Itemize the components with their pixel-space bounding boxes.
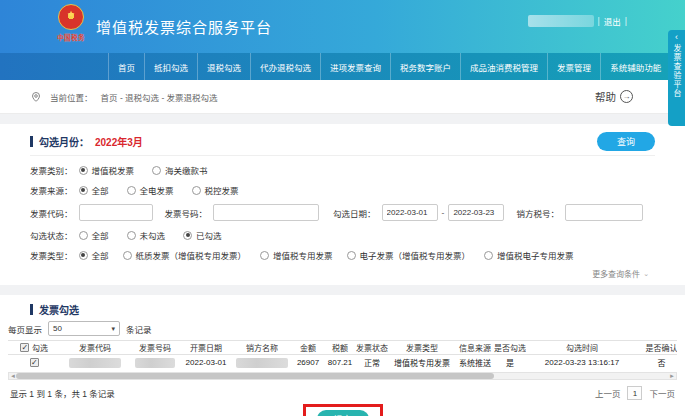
row-checkbox[interactable] <box>30 358 39 367</box>
chevron-down-icon: ⌄ <box>643 270 649 278</box>
horizontal-scrollbar[interactable]: ◄ ► <box>8 372 677 380</box>
separator: | <box>598 16 600 26</box>
column-header: 销方名称 <box>232 342 292 353</box>
seller-tax-no-label: 销方税号： <box>516 207 559 219</box>
invoice-code-input[interactable] <box>79 204 153 221</box>
nav-item-oil-tax-mgmt[interactable]: 成品油消费税管理 <box>460 53 547 80</box>
filter-card: 勾选月份： 2022年3月 查询 发票类别： 增值税发票 海关缴款书 发票来源：… <box>0 124 685 285</box>
nav-item-home[interactable]: 首页 <box>108 53 144 80</box>
radio-icon <box>192 186 201 195</box>
radio-icon <box>347 251 356 260</box>
prev-page-link[interactable]: 上一页 <box>595 387 621 399</box>
filter-title-row: 勾选月份： 2022年3月 查询 <box>30 128 655 156</box>
nav-item-agent-refund-check[interactable]: 代办退税勾选 <box>250 53 320 80</box>
redacted-invoice-code <box>69 358 121 368</box>
cell-invoice-date: 2022-03-01 <box>180 358 232 367</box>
radio-type-paper-special[interactable]: 纸质发票（增值税专用发票） <box>123 249 247 261</box>
radio-status-unchecked[interactable]: 未勾选 <box>127 229 166 241</box>
radio-label: 未勾选 <box>140 229 166 241</box>
more-conditions-row: 更多查询条件 ⌄ <box>30 268 655 279</box>
help-label: 帮助 <box>595 89 616 104</box>
submit-row: 提交 <box>8 400 677 416</box>
cell-source: 系统推送 <box>456 357 494 368</box>
check-date-to-input[interactable] <box>448 204 504 221</box>
radio-status-all[interactable]: 全部 <box>79 229 109 241</box>
table-title-row: 发票勾选 <box>30 300 677 318</box>
invoice-type-row: 发票类型： 全部 纸质发票（增值税专用发票） 增值税专用发票 电子发票（增值税专… <box>30 249 655 261</box>
scroll-right-icon[interactable]: ► <box>669 372 675 380</box>
select-all-checkbox[interactable] <box>20 343 29 352</box>
radio-icon <box>79 186 88 195</box>
radio-icon <box>152 166 161 175</box>
check-status-label: 勾选状态： <box>30 229 73 241</box>
radio-label: 已勾选 <box>196 229 222 241</box>
next-page-link[interactable]: 下一页 <box>649 387 675 399</box>
cell-seller-name <box>232 358 292 368</box>
invoice-check-card: 发票勾选 每页显示 50 ▾ 条记录 勾选 发票代码 发票号码 开票日期 销方名… <box>0 295 685 416</box>
more-conditions-link[interactable]: 更多查询条件 ⌄ <box>592 268 649 279</box>
separator: | <box>625 16 627 26</box>
radio-source-all[interactable]: 全部 <box>79 184 109 196</box>
scrollbar-thumb[interactable] <box>16 373 494 379</box>
page-size-select[interactable]: 50 ▾ <box>48 321 120 336</box>
radio-icon <box>79 251 88 260</box>
logout-link[interactable]: 退出 <box>604 15 621 27</box>
logo-caption: 中国税务 <box>54 32 88 42</box>
seller-tax-no-input[interactable] <box>565 204 643 221</box>
check-month-label: 勾选月份： <box>39 134 89 149</box>
cell-type: 增值税专用发票 <box>388 357 456 368</box>
invoice-verify-side-tab[interactable]: ‹ 发票查验平台 <box>668 30 685 126</box>
table-footer: 显示 1 到 1 条，共 1 条记录 上一页 1 下一页 <box>8 386 677 400</box>
nav-item-invoice-mgmt[interactable]: 发票管理 <box>547 53 600 80</box>
radio-label: 增值税发票 <box>92 164 135 176</box>
header-check-column: 勾选 <box>8 342 60 353</box>
page-size-value: 50 <box>53 324 62 333</box>
nav-item-refund-check[interactable]: 退税勾选 <box>197 53 250 80</box>
column-header: 是否勾选 <box>494 342 526 353</box>
radio-source-tax-control[interactable]: 税控发票 <box>192 184 239 196</box>
section-divider <box>0 285 685 295</box>
radio-icon <box>79 231 88 240</box>
submit-button[interactable]: 提交 <box>317 410 369 416</box>
invoice-category-label: 发票类别： <box>30 164 73 176</box>
page-size-suffix: 条记录 <box>126 323 152 335</box>
date-range-separator: - <box>442 208 445 218</box>
column-header: 发票号码 <box>130 342 180 353</box>
radio-type-all[interactable]: 全部 <box>79 249 109 261</box>
radio-type-e-invoice-special[interactable]: 电子发票（增值税专用发票） <box>347 249 471 261</box>
page-title: 增值税发票综合服务平台 <box>96 16 272 37</box>
user-area: | 退出 | <box>528 15 627 27</box>
nav-item-system-aux[interactable]: 系统辅助功能 <box>600 53 671 80</box>
table-header-row: 勾选 发票代码 发票号码 开票日期 销方名称 金额 税额 发票状态 发票类型 信… <box>8 340 677 355</box>
breadcrumb-row: 当前位置： 首页 - 退税勾选 - 发票退税勾选 帮助 → <box>0 80 685 114</box>
help-link[interactable]: 帮助 → <box>595 89 633 104</box>
radio-category-customs[interactable]: 海关缴款书 <box>152 164 208 176</box>
check-date-label: 勾选日期： <box>333 207 376 219</box>
radio-type-vat-special[interactable]: 增值税专用发票 <box>260 249 333 261</box>
chevron-down-icon: ▾ <box>112 325 116 333</box>
invoice-number-input[interactable] <box>213 204 319 221</box>
query-button[interactable]: 查询 <box>597 132 655 151</box>
radio-status-checked[interactable]: 已勾选 <box>183 229 222 241</box>
radio-label: 全部 <box>92 229 109 241</box>
column-header: 发票状态 <box>356 342 388 353</box>
page-number[interactable]: 1 <box>627 386 642 400</box>
row-check-cell <box>8 358 60 367</box>
radio-type-vat-e-special[interactable]: 增值税电子专用发票 <box>484 249 574 261</box>
column-header: 发票类型 <box>388 342 456 353</box>
radio-category-vat[interactable]: 增值税发票 <box>79 164 135 176</box>
nav-item-tax-digital-account[interactable]: 税务数字账户 <box>390 53 460 80</box>
check-date-from-input[interactable] <box>382 204 438 221</box>
radio-icon <box>127 186 136 195</box>
nav-item-input-invoice-query[interactable]: 进项发票查询 <box>320 53 390 80</box>
location-icon <box>30 91 42 103</box>
check-month-value: 2022年3月 <box>95 134 143 149</box>
radio-label: 税控发票 <box>205 184 239 196</box>
nav-item-deduct-check[interactable]: 抵扣勾选 <box>144 53 197 80</box>
tax-emblem-logo <box>58 4 84 30</box>
invoice-category-row: 发票类别： 增值税发票 海关缴款书 <box>30 164 655 176</box>
arrow-right-icon: → <box>620 90 633 103</box>
radio-label: 增值税电子专用发票 <box>497 249 574 261</box>
radio-source-fully-digital[interactable]: 全电发票 <box>127 184 174 196</box>
section-marker <box>30 136 33 147</box>
